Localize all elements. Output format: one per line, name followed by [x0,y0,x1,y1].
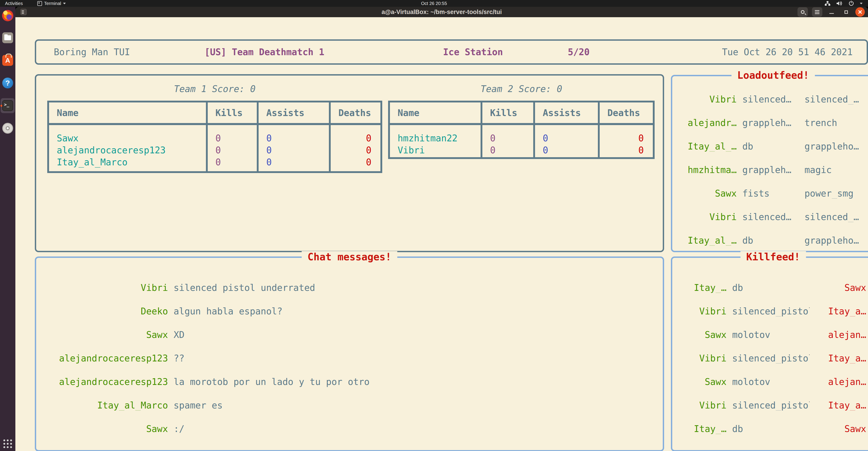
system-status-menu[interactable] [819,0,868,7]
loadout-secondary: magic [804,164,866,175]
terminal-screen[interactable]: Boring Man TUI [US] Team Deathmatch 1 Ic… [16,17,868,451]
player-name: Itay_al_Marco [57,156,206,168]
chat-rows: Vibri silenced pistol underrated Deeko a… [36,276,663,441]
chat-title: Chat messages! [302,251,397,263]
deaths-value: 0 [331,132,371,144]
team1-assists-column: 0 0 0 [258,125,331,171]
victim-name: Sawx [815,282,866,293]
deaths-value: 0 [600,132,644,144]
terminal-tab-icon [20,9,27,15]
kill-row: Vibri silenced_pistol Itay_a… [672,347,868,370]
victim-name: Itay_a… [815,353,866,363]
column-header-assists: Assists [258,102,331,123]
chat-row: Itay_al_Marco spamer es [36,394,663,417]
column-header-name: Name [49,102,208,123]
app-title: Boring Man TUI [54,47,130,57]
player-name: Vibri [398,144,480,156]
killer-name: Vibri [680,306,726,317]
kill-weapon: molotov [732,330,810,340]
chat-row: alejandrocaceresp123 la morotob por un l… [36,370,663,394]
loadout-primary: db [742,235,799,246]
menu-button[interactable] [812,7,822,17]
dock-terminal-button[interactable]: >_ [2,100,13,111]
kill-weapon: silenced_pistol [732,353,810,363]
killfeed-panel: Killfeed! Itay_… db Sawx Vibri silenced_… [671,257,868,451]
chat-message: silenced pistol underrated [174,282,655,293]
assists-value: 0 [266,132,329,144]
victim-name: Itay_a… [815,306,866,317]
assists-value: 0 [543,144,598,156]
loadout-primary: silenced… [742,94,799,104]
loadout-player: Vibri [680,212,737,222]
victim-name: Sawx [815,424,866,434]
loadoutfeed-panel: Loadoutfeed! Vibri silenced… silenced_… … [671,75,868,252]
assists-value: 0 [266,156,329,168]
minimize-icon [829,13,834,14]
victim-name: Itay_a… [815,400,866,411]
loadout-secondary: trench [804,118,866,128]
assists-value: 0 [266,144,329,156]
minimize-button[interactable] [827,10,837,14]
player-name: Sawx [57,132,206,144]
app-menu[interactable]: Terminal [35,0,68,7]
team2-table-header: Name Kills Assists Deaths [390,102,653,125]
kill-row: Vibri silenced_pistol Itay_a… [672,299,868,323]
show-applications-button[interactable] [3,439,12,448]
firefox-icon [2,10,13,21]
chat-row: Deeko algun habla espanol? [36,299,663,323]
chat-row: Sawx :/ [36,417,663,441]
caret-down-icon [860,3,863,4]
loadout-row: Vibri silenced… silenced_… [672,205,868,229]
dock-files-button[interactable] [2,32,13,43]
chat-message: algun habla espanol? [174,306,655,317]
loadout-player: hmzhitma… [680,164,737,175]
loadout-primary: grappleh… [742,164,799,175]
activities-button[interactable]: Activities [0,0,28,7]
team1-table: Name Kills Assists Deaths Sawx alejandro… [47,101,382,173]
dock: A ? >_ [0,7,16,451]
dock-help-button[interactable]: ? [2,77,13,89]
scoreboard-panel: Team 1 Score: 0 Team 2 Score: 0 Name Kil… [35,74,664,252]
team1-table-body: Sawx alejandrocaceresp123 Itay_al_Marco … [49,125,380,171]
column-header-deaths: Deaths [331,102,380,123]
loadout-secondary: grappleho… [804,141,866,152]
dock-firefox-button[interactable] [2,10,13,21]
victim-name: alejan… [815,377,866,387]
dock-cd-button[interactable] [2,123,13,134]
victim-name: alejan… [815,330,866,340]
close-button[interactable] [855,7,865,17]
loadout-row: Sawx fists power_smg [672,182,868,205]
window-title: a@a-VirtualBox: ~/bm-server-tools/src/tu… [381,8,502,16]
team2-table-body: hmzhitman22 Vibri 0 0 0 0 0 0 [390,125,653,157]
search-icon [801,10,804,14]
clock[interactable]: Oct 26 20:55 [418,0,450,7]
team1-deaths-column: 0 0 0 [331,125,380,171]
team2-names-column: hmzhitman22 Vibri [390,125,483,157]
server-name: [US] Team Deathmatch 1 [205,47,324,57]
maximize-icon [844,10,848,14]
loadout-row: alejandr… grappleh… trench [672,111,868,134]
loadout-row: Vibri silenced… silenced_… [672,88,868,111]
maximize-button[interactable] [841,10,851,14]
chat-player: Sawx [44,330,168,340]
chat-player: Vibri [44,282,168,293]
kill-row: Itay_… db Sawx [672,417,868,441]
terminal-titlebar[interactable]: a@a-VirtualBox: ~/bm-server-tools/src/tu… [16,7,868,17]
kills-value: 0 [215,132,257,144]
dock-software-button[interactable]: A [2,55,13,66]
tui-header-panel: Boring Man TUI [US] Team Deathmatch 1 Ic… [35,39,868,65]
column-header-kills: Kills [208,102,258,123]
killer-name: Sawx [680,377,726,387]
team2-assists-column: 0 0 [535,125,600,157]
network-icon [825,1,831,6]
loadout-secondary: silenced_… [804,212,866,222]
terminal-app-icon [37,1,42,6]
gnome-top-bar: Activities Terminal Oct 26 20:55 [0,0,868,7]
files-icon [2,32,13,43]
server-datetime: Tue Oct 26 20 51 46 2021 [722,47,852,57]
column-header-name: Name [390,102,483,123]
search-button[interactable] [798,7,808,17]
deaths-value: 0 [331,156,371,168]
loadout-row: hmzhitma… grappleh… magic [672,158,868,182]
chat-row: alejandrocaceresp123 ?? [36,347,663,370]
